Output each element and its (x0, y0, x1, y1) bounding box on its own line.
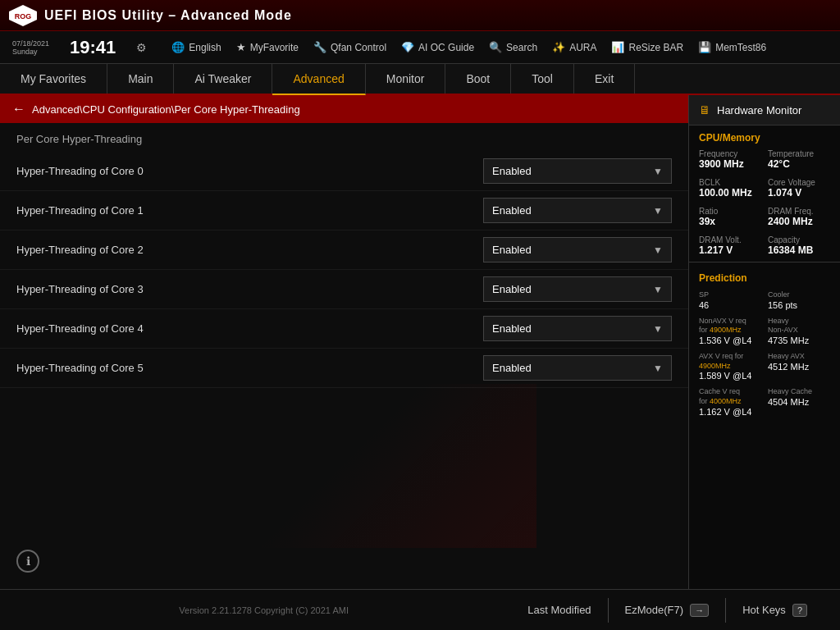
toolbar-english[interactable]: 🌐 English (171, 41, 221, 53)
hw-temperature-value: 42°C (768, 158, 830, 170)
hw-monitor-label: Hardware Monitor (717, 104, 801, 116)
nav-advanced-label: Advanced (293, 72, 344, 85)
breadcrumb: ← Advanced\CPU Configuration\Per Core Hy… (0, 95, 688, 123)
dropdown-core3[interactable]: Enabled ▼ (483, 276, 672, 302)
hw-core-voltage-label: Core Voltage (768, 178, 830, 187)
nav-advanced[interactable]: Advanced (272, 64, 365, 95)
dropdown-core0-value: Enabled (492, 165, 532, 177)
nav-ai-tweaker[interactable]: Ai Tweaker (174, 64, 272, 94)
setting-label-core4: Hyper-Threading of Core 4 (16, 322, 483, 335)
toolbar-resizebar[interactable]: 📊 ReSize BAR (611, 41, 683, 53)
help-icon: ? (792, 604, 807, 617)
table-row: Hyper-Threading of Core 0 Enabled ▼ (0, 152, 688, 191)
setting-label-core5: Hyper-Threading of Core 5 (16, 362, 483, 374)
cpu-memory-section: CPU/Memory (689, 126, 840, 147)
hw-dram-volt: DRAM Volt. 1.217 V (699, 233, 761, 258)
hw-dram-freq: DRAM Freq. 2400 MHz (768, 204, 830, 230)
chevron-down-icon: ▼ (653, 284, 663, 295)
dropdown-core0[interactable]: Enabled ▼ (483, 158, 672, 184)
cache-result-col: Heavy Cache 4504 MHz (768, 387, 830, 416)
cache-label: Cache V reqfor 4000MHz (699, 387, 761, 406)
nav-main-label: Main (128, 72, 153, 85)
nav-boot[interactable]: Boot (445, 64, 511, 94)
toolbar-qfan-label: Qfan Control (331, 42, 386, 53)
last-modified-label: Last Modified (527, 604, 591, 616)
prediction-sp: SP 46 (699, 290, 761, 310)
avx-volt: 1.589 V @L4 (699, 371, 761, 381)
toolbar-aura[interactable]: ✨ AURA (552, 41, 596, 53)
cache-volt: 1.162 V @L4 (699, 407, 761, 417)
toolbar-search-label: Search (506, 42, 537, 53)
info-icon[interactable]: ℹ (16, 550, 39, 573)
nonavx-volt: 1.536 V @L4 (699, 336, 761, 345)
aura-icon: ✨ (552, 41, 565, 53)
svg-text:ROG: ROG (15, 12, 32, 21)
last-modified-button[interactable]: Last Modified (511, 597, 607, 623)
hot-keys-button[interactable]: Hot Keys ? (726, 597, 824, 623)
back-button[interactable]: ← (12, 102, 25, 116)
setting-label-core2: Hyper-Threading of Core 2 (16, 244, 483, 256)
dropdown-core5[interactable]: Enabled ▼ (483, 355, 672, 381)
chevron-down-icon: ▼ (653, 205, 663, 217)
cooler-value: 156 pts (768, 300, 830, 310)
toolbar-qfan[interactable]: 🔧 Qfan Control (313, 41, 386, 53)
hw-dram-volt-value: 1.217 V (699, 244, 761, 256)
hw-temperature: Temperature 42°C (768, 147, 830, 172)
ez-mode-button[interactable]: EzMode(F7) → (609, 597, 726, 623)
toolbar-memtest[interactable]: 💾 MemTest86 (698, 41, 766, 53)
chevron-down-icon: ▼ (653, 244, 663, 256)
hw-dram-volt-label: DRAM Volt. (699, 235, 761, 244)
toolbar-search[interactable]: 🔍 Search (489, 41, 537, 53)
hw-bclk-value: 100.00 MHz (699, 187, 761, 199)
dropdown-core2[interactable]: Enabled ▼ (483, 237, 672, 262)
nav-main[interactable]: Main (107, 64, 174, 94)
avx-heavy-label: Heavy AVX (768, 352, 830, 362)
day: Sunday (12, 48, 49, 56)
hw-dram-freq-label: DRAM Freq. (768, 207, 830, 216)
toolbar-resizebar-label: ReSize BAR (628, 42, 683, 53)
hw-ratio: Ratio 39x (699, 204, 761, 230)
table-row: Hyper-Threading of Core 3 Enabled ▼ (0, 270, 688, 309)
cpu-memory-grid: Frequency 3900 MHz Temperature 42°C BCLK… (689, 147, 840, 258)
hw-capacity-value: 16384 MB (768, 244, 830, 256)
table-row: Hyper-Threading of Core 1 Enabled ▼ (0, 191, 688, 231)
cache-freq-highlight: 4000MHz (710, 397, 742, 405)
resize-icon: 📊 (611, 41, 624, 53)
nav-exit-label: Exit (595, 72, 614, 85)
divider (689, 262, 840, 262)
nonavx-result-col: HeavyNon-AVX 4735 MHz (768, 317, 830, 345)
dropdown-core1[interactable]: Enabled ▼ (483, 198, 672, 223)
prediction-cache: Cache V reqfor 4000MHz 1.162 V @L4 Heavy… (699, 387, 830, 416)
toolbar-aioc[interactable]: 💎 AI OC Guide (401, 41, 474, 53)
prediction-sp-cooler: SP 46 Cooler 156 pts (699, 290, 830, 310)
nav-monitor[interactable]: Monitor (366, 64, 446, 94)
nav-tool[interactable]: Tool (511, 64, 574, 94)
avx-freq-highlight: 4900MHz (699, 362, 731, 370)
rog-logo-icon: ROG (8, 4, 38, 27)
setting-label-core0: Hyper-Threading of Core 0 (16, 165, 483, 177)
sp-label: SP (699, 290, 761, 300)
hw-core-voltage: Core Voltage 1.074 V (768, 176, 830, 201)
version-text: Version 2.21.1278 Copyright (C) 2021 AMI (16, 605, 511, 615)
logo: ROG UEFI BIOS Utility – Advanced Mode (8, 4, 292, 27)
prediction-block: SP 46 Cooler 156 pts NonAVX V reqfor 490… (689, 287, 840, 427)
dropdown-core4-value: Enabled (492, 322, 532, 335)
settings-icon[interactable]: ⚙ (136, 41, 147, 54)
dropdown-core3-value: Enabled (492, 283, 532, 295)
avx-label: AVX V req for 4900MHz (699, 352, 761, 371)
toolbar-myfavorite[interactable]: ★ MyFavorite (236, 41, 299, 53)
hw-core-voltage-value: 1.074 V (768, 187, 830, 199)
table-row: Hyper-Threading of Core 4 Enabled ▼ (0, 309, 688, 349)
dropdown-core4[interactable]: Enabled ▼ (483, 316, 672, 341)
nav-exit[interactable]: Exit (574, 64, 635, 94)
time-bar: 07/18/2021 Sunday 19:41 ⚙ 🌐 English ★ My… (0, 31, 840, 64)
ez-mode-label: EzMode(F7) (625, 604, 684, 616)
prediction-nonavx: NonAVX V reqfor 4900MHz 1.536 V @L4 Heav… (699, 317, 830, 345)
hot-keys-label: Hot Keys (742, 604, 786, 616)
cache-heavy-label: Heavy Cache (768, 387, 830, 397)
hw-ratio-value: 39x (699, 216, 761, 227)
nav-my-favorites[interactable]: My Favorites (0, 64, 107, 94)
toolbar-aioc-label: AI OC Guide (418, 42, 474, 53)
prediction-section: Prediction (689, 266, 840, 287)
cache-col: Cache V reqfor 4000MHz 1.162 V @L4 (699, 387, 761, 416)
